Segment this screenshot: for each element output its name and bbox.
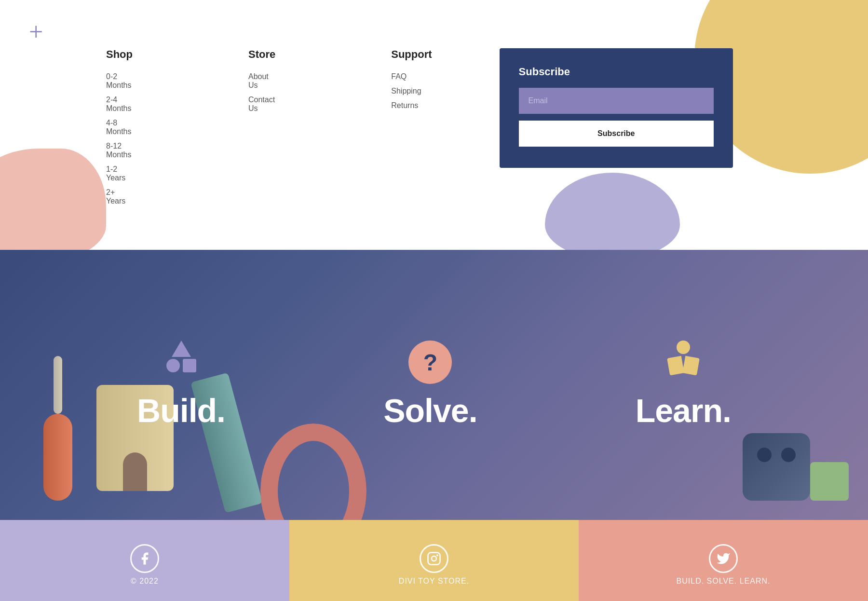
instagram-icon[interactable]: [420, 544, 448, 573]
svg-point-2: [436, 554, 438, 556]
copyright-text: © 2022: [131, 577, 159, 586]
tagline-text: BUILD. SOLVE. LEARN.: [677, 577, 771, 586]
subscribe-button[interactable]: Subscribe: [519, 121, 714, 147]
shop-list: 0-2 Months 2-4 Months 4-8 Months 8-12 Mo…: [106, 72, 133, 205]
list-item[interactable]: 2+ Years: [106, 188, 133, 205]
twitter-icon[interactable]: [709, 544, 738, 573]
hero-section: Build. ? Solve. Learn.: [0, 250, 868, 520]
list-item[interactable]: Shipping: [391, 87, 432, 96]
book-right-page: [682, 356, 700, 376]
square-shape: [183, 359, 196, 372]
shop-column: Shop 0-2 Months 2-4 Months 4-8 Months 8-…: [106, 48, 133, 211]
footer-left: © 2022: [0, 520, 289, 601]
top-section: + Shop 0-2 Months 2-4 Months 4-8 Months …: [0, 0, 868, 250]
learn-icon: [662, 341, 705, 384]
support-list: FAQ Shipping Returns: [391, 72, 432, 110]
toy-green-block: [810, 462, 849, 501]
book-shape: [668, 357, 698, 374]
hero-learn-item: Learn.: [636, 341, 731, 429]
list-item[interactable]: 0-2 Months: [106, 72, 133, 90]
list-item[interactable]: 1-2 Years: [106, 165, 133, 182]
hero-build-item: Build.: [137, 341, 225, 429]
list-item[interactable]: 8-12 Months: [106, 142, 133, 159]
solve-label: Solve.: [383, 392, 477, 429]
support-heading: Support: [391, 48, 432, 61]
list-item[interactable]: 2-4 Months: [106, 96, 133, 113]
hero-content: Build. ? Solve. Learn.: [0, 341, 868, 429]
list-item[interactable]: Contact Us: [248, 96, 275, 113]
store-list: About Us Contact Us: [248, 72, 275, 113]
hero-solve-item: ? Solve.: [383, 341, 477, 429]
store-heading: Store: [248, 48, 275, 61]
subscribe-box: Subscribe Subscribe: [500, 48, 733, 168]
email-input[interactable]: [519, 88, 714, 114]
toy-cube: [743, 433, 810, 501]
list-item[interactable]: Returns: [391, 101, 432, 110]
support-column: Support FAQ Shipping Returns: [391, 48, 432, 211]
question-mark: ?: [423, 349, 437, 376]
circle-shape: [166, 359, 180, 372]
facebook-icon[interactable]: [130, 544, 159, 573]
build-icon: [160, 341, 203, 384]
shop-heading: Shop: [106, 48, 133, 61]
solve-icon: ?: [408, 341, 452, 384]
list-item[interactable]: About Us: [248, 72, 275, 90]
person-head: [677, 341, 690, 354]
svg-point-1: [432, 556, 436, 561]
footer-bar: © 2022 DIVI TOY STORE. BUILD. SOLVE. LEA…: [0, 520, 868, 601]
brand-text: DIVI TOY STORE.: [399, 577, 469, 586]
footer-right: BUILD. SOLVE. LEARN.: [579, 520, 868, 601]
subscribe-heading: Subscribe: [519, 66, 714, 78]
plus-decoration: +: [29, 19, 43, 44]
store-column: Store About Us Contact Us: [248, 48, 275, 211]
svg-rect-0: [428, 553, 440, 565]
list-item[interactable]: 4-8 Months: [106, 119, 133, 136]
list-item[interactable]: FAQ: [391, 72, 432, 81]
learn-label: Learn.: [636, 392, 731, 429]
footer-center: DIVI TOY STORE.: [289, 520, 579, 601]
build-label: Build.: [137, 392, 225, 429]
book-left-page: [667, 356, 684, 376]
triangle-shape: [172, 341, 191, 357]
